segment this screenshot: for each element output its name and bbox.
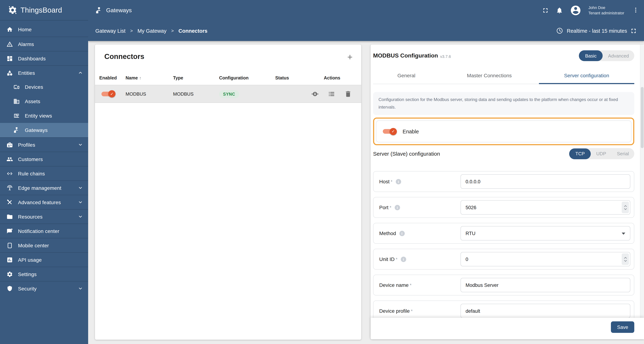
row-actions bbox=[311, 85, 352, 102]
sidebar-item-resources[interactable]: Resources bbox=[0, 209, 88, 224]
server-config-hint: Configuration section for the Modbus ser… bbox=[373, 92, 634, 115]
app-logo[interactable]: ThingsBoard bbox=[0, 0, 88, 20]
device-name-input[interactable] bbox=[461, 278, 630, 292]
top-header: Gateways John Doe Tenant administrator G… bbox=[88, 0, 644, 41]
tab-master-connections[interactable]: Master Connections bbox=[440, 67, 539, 84]
host-input[interactable] bbox=[461, 175, 630, 188]
host-input-wrap bbox=[460, 174, 630, 189]
sidebar-item-notification-center[interactable]: Notification center bbox=[0, 224, 88, 238]
timewindow-label: Realtime - last 15 minutes bbox=[567, 28, 627, 34]
user-role: Tenant administrator bbox=[588, 10, 624, 16]
sidebar-item-dashboards[interactable]: Dashboards bbox=[0, 51, 88, 65]
warning-icon bbox=[6, 41, 13, 47]
info-icon[interactable]: i bbox=[399, 231, 404, 236]
thingsboard-app: ThingsBoard Home Alarms Dashboards Entit… bbox=[0, 0, 644, 344]
sidebar-item-profiles[interactable]: Profiles bbox=[0, 137, 88, 152]
server-enable-toggle[interactable]: ✓ bbox=[383, 128, 397, 135]
sidebar-item-edge-management[interactable]: Edge management bbox=[0, 180, 88, 195]
dashboard-icon bbox=[6, 55, 13, 62]
people-icon bbox=[6, 156, 13, 162]
chevron-down-icon bbox=[77, 142, 84, 148]
panel-scrollbar[interactable] bbox=[640, 44, 644, 339]
method-label: Method bbox=[379, 230, 396, 236]
sidebar-item-api-usage[interactable]: API usage bbox=[0, 252, 88, 267]
rpc-terminal-icon[interactable] bbox=[311, 90, 319, 98]
number-spinner-icon[interactable] bbox=[622, 253, 629, 265]
sidebar-item-devices[interactable]: Devices bbox=[0, 80, 88, 94]
info-icon[interactable]: i bbox=[396, 179, 401, 184]
sidebar-item-customers[interactable]: Customers bbox=[0, 152, 88, 166]
sidebar-item-home[interactable]: Home bbox=[0, 22, 88, 37]
dashboard-fullscreen-icon[interactable] bbox=[630, 27, 637, 34]
timewindow-button[interactable]: Realtime - last 15 minutes bbox=[556, 27, 627, 34]
sidebar-item-gateways[interactable]: Gateways bbox=[0, 123, 88, 137]
device-profile-input[interactable] bbox=[461, 304, 630, 318]
notifications-bell-icon[interactable] bbox=[556, 7, 563, 14]
method-select[interactable] bbox=[461, 226, 630, 240]
home-icon bbox=[6, 26, 13, 33]
building-icon bbox=[13, 98, 20, 105]
required-star: * bbox=[411, 308, 413, 314]
kebab-menu-icon[interactable] bbox=[632, 7, 639, 14]
sidebar-item-mobile-center[interactable]: Mobile center bbox=[0, 238, 88, 252]
connector-name: MODBUS bbox=[126, 91, 173, 96]
scrollbar-thumb[interactable] bbox=[640, 87, 644, 148]
number-spinner-icon[interactable] bbox=[622, 202, 629, 213]
page-title-label: Gateways bbox=[106, 7, 132, 13]
delete-trash-icon[interactable] bbox=[344, 90, 352, 98]
server-slave-section: Server (Slave) configuration TCP UDP Ser… bbox=[373, 148, 634, 159]
mode-basic-option[interactable]: Basic bbox=[579, 50, 603, 61]
chevron-down-icon bbox=[77, 185, 84, 191]
sidebar-item-settings[interactable]: Settings bbox=[0, 267, 88, 281]
connectors-table-header: Enabled Name ↑ Type Configuration Status… bbox=[95, 75, 361, 80]
tab-server-configuration[interactable]: Server configuration bbox=[539, 67, 634, 84]
enable-card: ✓ Enable bbox=[376, 120, 632, 142]
section-title: Server (Slave) configuration bbox=[373, 151, 440, 157]
col-configuration: Configuration bbox=[219, 75, 275, 80]
info-icon[interactable]: i bbox=[401, 257, 406, 262]
sidebar-item-advanced-features[interactable]: Advanced features bbox=[0, 195, 88, 209]
unit-id-input-wrap bbox=[460, 252, 630, 266]
sidebar-item-entities[interactable]: Entities bbox=[0, 65, 88, 80]
add-connector-button[interactable]: + bbox=[347, 52, 352, 61]
sidebar-item-alarms[interactable]: Alarms bbox=[0, 37, 88, 51]
user-menu[interactable]: John Doe Tenant administrator bbox=[588, 5, 624, 16]
config-panel-header: MODBUS Configuration v3.7.6 Basic Advanc… bbox=[373, 44, 634, 61]
config-panel-title: MODBUS Configuration bbox=[373, 52, 438, 59]
col-name-sort[interactable]: Name ↑ bbox=[126, 75, 173, 80]
sidebar-item-rule-chains[interactable]: Rule chains bbox=[0, 166, 88, 180]
port-input[interactable] bbox=[461, 201, 630, 214]
connector-enabled-toggle[interactable]: ✓ bbox=[102, 90, 116, 97]
sidebar-item-entity-views[interactable]: Entity views bbox=[0, 109, 88, 123]
fullscreen-icon[interactable] bbox=[542, 7, 549, 14]
logs-list-icon[interactable] bbox=[328, 90, 335, 98]
user-name: John Doe bbox=[588, 5, 624, 10]
info-icon[interactable]: i bbox=[395, 205, 400, 210]
col-enabled: Enabled bbox=[99, 75, 126, 80]
sidebar-item-security[interactable]: Security bbox=[0, 281, 88, 296]
unit-id-input[interactable] bbox=[461, 252, 630, 266]
modbus-config-panel: MODBUS Configuration v3.7.6 Basic Advanc… bbox=[370, 44, 644, 339]
chevron-up-icon bbox=[77, 70, 84, 76]
transport-segmented-control: TCP UDP Serial bbox=[569, 148, 634, 159]
host-label: Host bbox=[379, 179, 390, 184]
unit-id-label: Unit ID bbox=[379, 256, 395, 262]
dropdown-arrow-icon[interactable] bbox=[622, 233, 625, 235]
chevron-down-icon bbox=[77, 199, 84, 205]
user-avatar-icon[interactable] bbox=[570, 4, 582, 16]
method-select-wrap bbox=[460, 226, 630, 241]
transport-serial-option[interactable]: Serial bbox=[612, 148, 634, 159]
breadcrumb-my-gateway[interactable]: My Gateway bbox=[138, 28, 166, 34]
breadcrumb-gateway-list[interactable]: Gateway List bbox=[95, 28, 126, 34]
mode-advanced-option[interactable]: Advanced bbox=[603, 50, 634, 61]
sidebar-item-assets[interactable]: Assets bbox=[0, 94, 88, 109]
transport-tcp-option[interactable]: TCP bbox=[569, 148, 591, 159]
mode-segmented-control: Basic Advanced bbox=[579, 50, 634, 61]
tab-general[interactable]: General bbox=[373, 67, 440, 84]
connector-row-modbus[interactable]: ✓ MODBUS MODBUS SYNC bbox=[95, 85, 361, 103]
save-button[interactable]: Save bbox=[611, 321, 634, 333]
port-field-row: Port * i bbox=[373, 197, 634, 218]
connectors-header: Connectors + bbox=[95, 44, 361, 61]
transport-udp-option[interactable]: UDP bbox=[591, 148, 612, 159]
connectors-title: Connectors bbox=[104, 52, 144, 61]
